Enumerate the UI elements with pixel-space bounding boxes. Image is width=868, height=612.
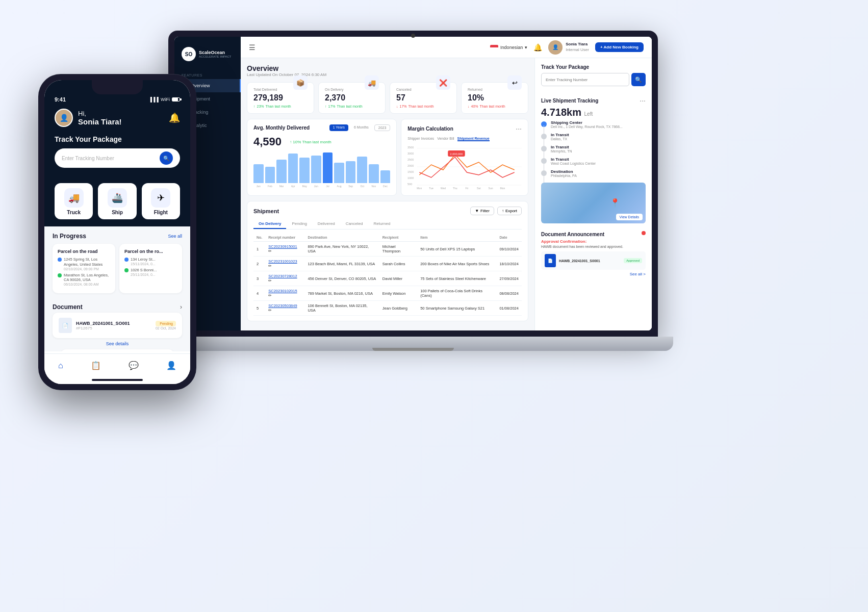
bar-10: [369, 164, 379, 184]
col-receipt: Receipt number: [265, 234, 304, 242]
receipt-link[interactable]: SC20230728012: [268, 274, 297, 278]
tab-1year[interactable]: 1 Years: [329, 124, 348, 131]
progress-loc-1-to: 1026 S Bonni... 25/11/2024, 0...: [124, 268, 177, 276]
transport-truck[interactable]: 🚚 Truck: [55, 183, 93, 219]
phone-avatar: 👤: [55, 109, 73, 127]
in-progress-header: In Progress See all: [53, 233, 182, 240]
tab-canceled[interactable]: Canceled: [341, 219, 368, 229]
export-button[interactable]: ↑ Export: [497, 207, 522, 215]
tab-on-delivery[interactable]: On Delivery: [253, 219, 286, 229]
phone-nav-orders[interactable]: 📋: [91, 361, 101, 370]
more-icon-tracking[interactable]: ···: [640, 96, 646, 105]
user-name: Sonia Tiara: [566, 42, 589, 47]
svg-text:2,000,000: 2,000,000: [450, 152, 463, 156]
phone-doc-card[interactable]: 📄 HAWB_20241001_SO001 #F12675 Pending 02…: [53, 313, 182, 338]
see-all-button[interactable]: See all: [168, 234, 182, 239]
transport-flight[interactable]: ✈ Flight: [142, 183, 180, 219]
view-details-button[interactable]: View Details: [616, 214, 643, 220]
receipt-link[interactable]: SC20231001023: [268, 259, 297, 264]
bar-11: [380, 170, 391, 183]
bar-6: [323, 152, 333, 183]
tracking-step-0: Shipping Center Dell Inc., 1 Dell Way, R…: [541, 118, 646, 131]
phone-doc-name: HAWB_20241001_SO001: [76, 321, 130, 326]
canceled-icon: ❌: [436, 75, 450, 90]
document-announcement: Document Announcement Approval Confirmat…: [541, 228, 646, 276]
km-left: 4.718km Left: [541, 107, 646, 118]
tab-pending[interactable]: Pending: [287, 219, 312, 229]
col-item: Item: [417, 234, 496, 242]
step-info-0: Shipping Center Dell Inc., 1 Dell Way, R…: [551, 120, 646, 129]
signal-icon: ▐▐▐: [149, 97, 159, 102]
stat-change-canceled: ↓17% Than last month: [396, 105, 434, 108]
ship-icon-wrap: 🚢: [108, 188, 127, 208]
phone-nav-profile[interactable]: 👤: [166, 361, 176, 370]
phone-doc-badge: Pending: [156, 321, 176, 326]
stat-card-canceled: Canceled 57 ↓17% Than last month ❌: [390, 82, 457, 114]
tab-6month[interactable]: 6 Months: [350, 124, 372, 131]
line-chart: 3500 3000 2500 2000 1500 1000 500: [407, 144, 522, 190]
step-address-3: West Coast Logistics Center: [551, 162, 646, 165]
stats-row: Total Delivered 279,189 ↑23% Than last m…: [247, 82, 528, 114]
language-selector[interactable]: Indonesian ▾: [490, 45, 527, 50]
stat-value-canceled: 57: [396, 93, 434, 103]
stat-change-ondelivery: ↑17% Than last month: [325, 105, 363, 108]
truck-icon-wrap: 🚚: [64, 188, 84, 208]
receipt-link[interactable]: SC20230915001: [268, 244, 297, 249]
cell-no: 1: [253, 242, 265, 257]
chevron-right-icon[interactable]: ›: [180, 303, 182, 311]
bar-9: [357, 157, 367, 183]
filter-button[interactable]: ▼ Filter: [470, 207, 494, 215]
phone-nav-home[interactable]: ⌂: [58, 361, 63, 370]
phone-search-placeholder: Enter Tracking Number: [62, 156, 157, 161]
table-row: 1 SC20230915001 ✏ 890 Park Ave, New York…: [253, 242, 522, 257]
transport-ship-label: Ship: [112, 210, 123, 215]
stat-label-delivered: Total Delivered: [253, 88, 291, 91]
receipt-link[interactable]: SC20230503849: [268, 303, 297, 308]
phone-name: Sonia Tiara!: [78, 117, 169, 126]
phone-see-details[interactable]: See details: [44, 338, 190, 349]
step-address-dest: Philadelphia, PA: [551, 174, 646, 177]
svg-text:Mon: Mon: [500, 187, 505, 190]
tab-shipment-revenue[interactable]: Shipment Revenue: [457, 137, 490, 141]
messages-icon: 💬: [129, 361, 139, 370]
step-address-2: Memphis, TN: [551, 149, 646, 153]
see-all-link[interactable]: See all >: [541, 272, 646, 276]
cell-recipient: Jean Goldberg: [379, 301, 417, 316]
hamburger-icon[interactable]: ☰: [249, 43, 256, 52]
cell-date: 27/09/2024: [496, 271, 522, 286]
phone-status-bar: 9:41 ▐▐▐ WiFi: [55, 96, 180, 103]
tab-delivered[interactable]: Delivered: [313, 219, 340, 229]
tab-returned[interactable]: Returned: [368, 219, 395, 229]
filter-label: Filter: [480, 209, 490, 213]
phone-bell-icon[interactable]: 🔔: [169, 112, 180, 123]
doc-file-icon: 📄: [545, 254, 556, 267]
bell-icon[interactable]: 🔔: [533, 43, 542, 52]
export-label: Export: [505, 209, 517, 213]
year-btn[interactable]: 2023: [374, 124, 391, 131]
dashboard-right: Track Your Package 🔍 Live Shipment Track…: [534, 58, 652, 330]
track-search-button[interactable]: 🔍: [631, 73, 646, 86]
tab-shipper-invoices[interactable]: Shipper Invoices: [407, 137, 434, 141]
user-info: 👤 Sonia Tiara Internal User: [548, 40, 589, 55]
battery-fill: [172, 98, 178, 101]
more-icon[interactable]: ···: [516, 124, 522, 133]
phone-body: In Progress See all Parcel on the road 1…: [44, 226, 190, 351]
phone-doc-ref: #F12675: [76, 326, 130, 330]
phone-search-button[interactable]: 🔍: [160, 151, 173, 165]
receipt-link[interactable]: SC20230102015: [268, 289, 297, 293]
tab-vendor-bill[interactable]: Vendor Bill: [437, 137, 454, 141]
cell-receipt: SC20230503849 ✏: [265, 301, 304, 316]
loc-dot-green-1: [124, 268, 129, 272]
phone: 9:41 ▐▐▐ WiFi 👤 Hi, Sonia Tiara!: [38, 74, 196, 390]
add-booking-button[interactable]: + Add New Booking: [595, 42, 644, 52]
filter-icon: ▼: [475, 209, 479, 213]
svg-text:2500: 2500: [407, 158, 414, 161]
doc-file-name: HAWB_20241001_S0001: [559, 259, 600, 263]
track-input[interactable]: [541, 73, 629, 86]
loc-date-1-from: 15/11/2024, 0...: [131, 262, 156, 266]
step-info-dest: Destination Philadelphia, PA: [551, 169, 646, 177]
transport-ship[interactable]: 🚢 Ship: [98, 183, 136, 219]
phone-nav-messages[interactable]: 💬: [129, 361, 139, 370]
logo-icon: SO: [182, 47, 196, 61]
shipment-actions: ▼ Filter ↑ Export: [470, 207, 522, 215]
